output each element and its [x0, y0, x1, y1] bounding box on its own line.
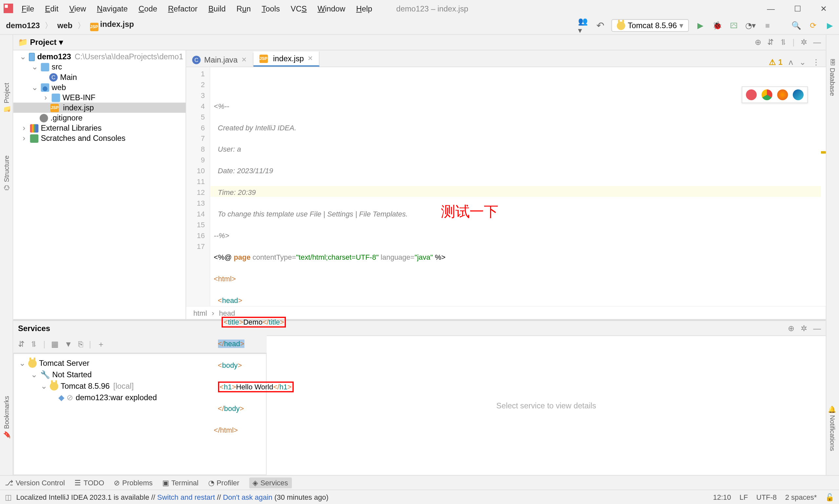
tree-scratches[interactable]: › Scratches and Consoles — [13, 133, 186, 143]
close-icon[interactable]: ✕ — [820, 4, 827, 13]
breadcrumb-file[interactable]: JSPindex.jsp — [88, 19, 136, 32]
filter-icon[interactable]: ▼ — [65, 340, 72, 348]
tree-ext-libraries[interactable]: › External Libraries — [13, 123, 186, 133]
project-panel-title[interactable]: 📁 Project ▾ — [18, 38, 63, 47]
project-panel-header: 📁 Project ▾ ⊕ ⇵ ⥮ | ✲ — — [13, 35, 825, 50]
status-tool-icon[interactable]: ◫ — [5, 493, 12, 501]
window-title: demo123 – index.jsp — [396, 4, 468, 13]
breadcrumb: demo123 〉 web 〉 JSPindex.jsp — [4, 19, 136, 32]
layout-icon[interactable]: ⎘ — [79, 340, 83, 348]
editor-more-icon[interactable]: ⋮ — [812, 58, 820, 67]
user-icon[interactable]: 👥▾ — [578, 20, 589, 31]
status-readonly-icon[interactable]: 🔓 — [825, 493, 834, 501]
tab-index-jsp[interactable]: JSPindex.jsp✕ — [253, 52, 319, 67]
menu-navigate[interactable]: Navigate — [92, 3, 133, 14]
breadcrumb-folder[interactable]: web — [55, 20, 75, 31]
collapse-icon[interactable]: ⥮ — [31, 340, 37, 348]
stop-button[interactable]: ■ — [762, 20, 773, 31]
menu-edit[interactable]: Edit — [40, 3, 63, 14]
menu-code[interactable]: Code — [134, 3, 162, 14]
editor-tabs: CMain.java✕ JSPindex.jsp✕ ⚠ 1 ʌ ⌄ ⋮ — [186, 50, 826, 67]
menu-build[interactable]: Build — [204, 3, 230, 14]
minimize-icon[interactable]: — — [767, 4, 775, 13]
group-icon[interactable]: ▦ — [51, 340, 58, 348]
menu-window[interactable]: Window — [313, 3, 350, 14]
hide-icon[interactable]: — — [813, 38, 821, 47]
add-service-icon[interactable]: ＋ — [97, 339, 105, 349]
tomcat-icon — [617, 21, 626, 30]
left-tool-stripe: 📁Project ⌬Structure 🔖Bookmarks — [0, 35, 13, 475]
svg-rect-1 — [5, 5, 8, 8]
code-editor[interactable]: 1234567891011121314151617 <%-- Created b… — [186, 67, 826, 306]
expand-all-icon[interactable]: ⇵ — [767, 38, 774, 47]
next-highlight-icon[interactable]: ⌄ — [799, 58, 806, 67]
profile-button[interactable]: ◔▾ — [745, 20, 756, 31]
menu-bar: File Edit View Navigate Code Refactor Bu… — [0, 0, 839, 17]
project-tree[interactable]: ⌄ demo123 C:\Users\a\IdeaProjects\demo1 … — [13, 50, 186, 319]
right-tool-stripe: 🗄Database 🔔Notifications — [826, 35, 839, 475]
tree-src[interactable]: ⌄ src — [13, 62, 186, 72]
tree-webinf[interactable]: › WEB-INF — [13, 92, 186, 103]
btool-terminal[interactable]: ▣ Terminal — [162, 479, 199, 487]
coverage-button[interactable]: ⮹ — [729, 20, 739, 31]
collapse-all-icon[interactable]: ⥮ — [780, 38, 787, 47]
menu-file[interactable]: File — [17, 3, 39, 14]
ide-services-icon[interactable]: ▶ — [825, 20, 835, 31]
tree-indexjsp[interactable]: JSPindex.jsp — [13, 103, 186, 113]
tool-notifications[interactable]: 🔔Notifications — [829, 405, 837, 451]
toolbar-row: demo123 〉 web 〉 JSPindex.jsp 👥▾ ↶ Tomcat… — [0, 17, 839, 35]
crumb-html[interactable]: html — [193, 308, 207, 317]
breadcrumb-project[interactable]: demo123 — [4, 20, 42, 31]
run-button[interactable]: ▶ — [695, 20, 705, 31]
prev-highlight-icon[interactable]: ʌ — [788, 58, 793, 67]
btool-version-control[interactable]: ⎇ Version Control — [5, 479, 65, 487]
tool-bookmarks[interactable]: 🔖Bookmarks — [2, 396, 10, 439]
debug-button[interactable]: 🐞 — [712, 20, 723, 31]
run-config-selector[interactable]: Tomcat 8.5.96 ▾ — [612, 19, 689, 32]
tab-main-java[interactable]: CMain.java✕ — [186, 53, 254, 67]
app-logo-icon — [4, 4, 13, 13]
btool-problems[interactable]: ⊘ Problems — [114, 479, 152, 487]
warning-indicator[interactable]: ⚠ 1 — [769, 58, 783, 67]
tool-project[interactable]: 📁Project — [2, 83, 10, 114]
search-icon[interactable]: 🔍 — [791, 20, 802, 31]
tree-root[interactable]: ⌄ demo123 C:\Users\a\IdeaProjects\demo1 — [13, 52, 186, 62]
back-icon[interactable]: ↶ — [595, 20, 605, 31]
tree-web[interactable]: ⌄ web — [13, 82, 186, 92]
menu-refactor[interactable]: Refactor — [163, 3, 202, 14]
tool-database[interactable]: 🗄Database — [829, 59, 836, 96]
status-link-switch[interactable]: Switch and restart — [157, 493, 215, 501]
btool-todo[interactable]: ☰ TODO — [74, 479, 104, 487]
tree-main-class[interactable]: CMain — [13, 72, 186, 82]
menu-view[interactable]: View — [65, 3, 91, 14]
select-opened-icon[interactable]: ⊕ — [755, 38, 761, 47]
tool-structure[interactable]: ⌬Structure — [2, 156, 10, 191]
code-content[interactable]: <%-- Created by IntelliJ IDEA. User: a D… — [210, 67, 826, 306]
tree-gitignore[interactable]: .gitignore — [13, 113, 186, 123]
menu-tools[interactable]: Tools — [257, 3, 285, 14]
line-number-gutter: 1234567891011121314151617 — [186, 67, 210, 306]
settings-icon[interactable]: ✲ — [801, 38, 807, 47]
menu-help[interactable]: Help — [352, 3, 377, 14]
close-tab-icon[interactable]: ✕ — [308, 55, 313, 62]
maximize-icon[interactable]: ☐ — [794, 4, 801, 13]
close-tab-icon[interactable]: ✕ — [241, 56, 246, 64]
menu-run[interactable]: Run — [232, 3, 256, 14]
services-title: Services — [18, 324, 50, 332]
expand-icon[interactable]: ⇵ — [18, 340, 24, 348]
menu-vcs[interactable]: VCS — [286, 3, 311, 14]
sync-icon[interactable]: ⟳ — [808, 20, 819, 31]
